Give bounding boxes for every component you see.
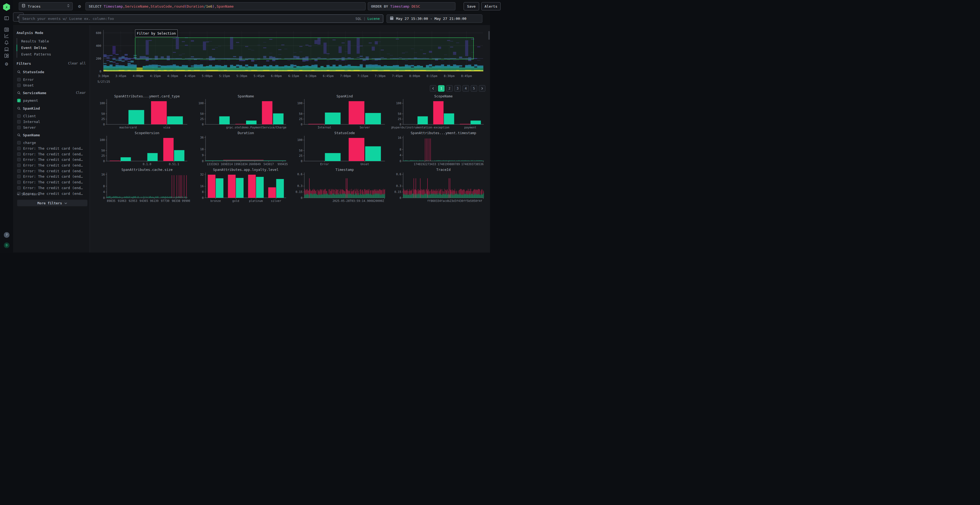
checkbox[interactable] [17, 152, 21, 156]
search-input[interactable] [19, 17, 356, 21]
rail-panel-toggle[interactable] [3, 15, 10, 22]
analysis-mode-results-table[interactable]: Results Table [17, 38, 51, 44]
filter-checkbox-row[interactable]: Error: The credit card (end… [17, 152, 83, 156]
query-segment: StatusCode [151, 4, 172, 8]
clear-ServiceName[interactable]: Clear [76, 91, 86, 95]
checkbox[interactable] [17, 186, 21, 190]
source-settings-gear-icon[interactable]: ⚙ [76, 2, 83, 10]
lightning-bolt-icon: ⚡ [5, 5, 8, 10]
query-language-toggle[interactable]: SQL | Lucene [356, 17, 383, 21]
filter-checkbox-row[interactable]: charge [17, 141, 36, 145]
svg-text:50: 50 [299, 112, 302, 115]
time-range-picker[interactable]: May 27 15:30:00 - May 27 21:00:00 [387, 14, 482, 23]
checkbox[interactable] [17, 180, 21, 184]
svg-text:ff860334facdb23d3f430ff5b5050f: ff860334facdb23d3f430ff5b5050f4f [427, 199, 482, 202]
page-2[interactable]: 2 [446, 85, 453, 92]
filter-checkbox-row[interactable]: Internal [17, 120, 40, 124]
hyperdx-logo[interactable]: ⚡ [3, 3, 10, 11]
page-next[interactable] [479, 85, 485, 92]
help-button[interactable]: ? [4, 232, 10, 238]
rail-settings-gear[interactable]: ⚙ [3, 60, 10, 67]
clear-all-filters[interactable]: Clear all [68, 62, 86, 65]
more-filters-button[interactable]: More filters [17, 200, 88, 206]
filter-checkbox-row[interactable]: Error: The credit card (end… [17, 163, 83, 167]
icon-rail: ⚡ ? D ⚙ [0, 0, 13, 252]
svg-text:100: 100 [297, 138, 302, 141]
chevron-updown-icon [67, 3, 70, 9]
filter-checkbox-row[interactable]: Error: The credit card (end… [17, 175, 83, 178]
search-icon[interactable] [17, 91, 21, 95]
chevron-right-icon [481, 87, 484, 90]
filter-checkbox-row[interactable]: ✓payment [17, 98, 38, 103]
select-query-input[interactable]: SELECT Timestamp,ServiceName,StatusCode,… [86, 2, 366, 10]
svg-text:3:45pm: 3:45pm [115, 74, 126, 78]
heatmap-selection[interactable] [135, 38, 474, 59]
analysis-mode-event-patterns[interactable]: Event Patterns [17, 51, 51, 58]
filter-by-selection-tooltip[interactable]: Filter by Selection [135, 29, 178, 37]
svg-text:platinum: platinum [249, 199, 263, 202]
panel-toggle-icon [4, 16, 9, 21]
analysis-mode-event-deltas[interactable]: Event Deltas [17, 44, 51, 51]
checkbox[interactable] [17, 169, 21, 173]
toggle-lucene[interactable]: Lucene [368, 17, 380, 21]
checkbox-checked[interactable]: ✓ [17, 99, 21, 102]
svg-text:98338: 98338 [172, 199, 180, 202]
alerts-button[interactable]: Alerts [481, 2, 490, 10]
checkbox[interactable] [17, 141, 21, 145]
filter-checkbox-row[interactable]: Error: The credit card (end… [17, 157, 83, 162]
filter-checkbox-row[interactable]: Client [17, 114, 36, 118]
svg-text:50: 50 [101, 149, 105, 152]
svg-text:gold: gold [232, 199, 239, 202]
checkbox[interactable] [17, 120, 21, 124]
rail-dashboards[interactable] [3, 52, 10, 59]
filter-checkbox-row[interactable]: Error: The credit card (end… [17, 186, 83, 190]
page-prev[interactable] [430, 85, 436, 92]
svg-text:50: 50 [299, 149, 302, 152]
page-5[interactable]: 5 [471, 85, 477, 92]
checkbox[interactable] [17, 126, 21, 129]
search-icon[interactable] [17, 133, 21, 137]
svg-text:999435: 999435 [277, 162, 288, 166]
checkbox[interactable] [17, 114, 21, 118]
filter-checkbox-row[interactable]: Error: The credit card (end… [17, 180, 83, 184]
rail-client-sessions[interactable] [3, 46, 10, 53]
search-icon[interactable] [17, 106, 21, 110]
filter-checkbox-row[interactable]: Unset [17, 83, 34, 87]
checkbox[interactable] [17, 158, 21, 161]
query-segment [409, 4, 412, 8]
checkbox[interactable] [17, 78, 21, 81]
query-segment: 1e6 [206, 4, 212, 8]
mini-chart-trace_id: TraceId0.60.30.150ff860334facdb23d3f430f… [391, 168, 487, 204]
svg-text:2600849: 2600849 [248, 162, 261, 166]
page-4[interactable]: 4 [463, 85, 469, 92]
svg-text:91063: 91063 [118, 199, 126, 202]
sidebar: Analysis Mode Results TableEvent DeltasE… [13, 25, 90, 252]
order-by-input[interactable]: ORDER BY Timestamp DESC [368, 2, 455, 10]
toggle-sql[interactable]: SQL [356, 17, 362, 21]
filter-checkbox-row[interactable]: Error: The credit card (end… [17, 169, 83, 173]
svg-text:6:15pm: 6:15pm [288, 74, 299, 78]
page-1[interactable]: 1 [438, 85, 445, 92]
rail-alerts-bell[interactable] [3, 39, 10, 46]
checkbox[interactable] [17, 175, 21, 178]
scrollbar-thumb[interactable] [488, 31, 490, 40]
checkbox[interactable] [17, 164, 21, 167]
rail-chart-explorer[interactable] [3, 32, 10, 40]
filter-checkbox-row[interactable]: Error [17, 78, 34, 82]
svg-text:5:15pm: 5:15pm [219, 74, 230, 78]
source-select[interactable]: Traces [19, 2, 73, 10]
svg-text:8:00pm: 8:00pm [409, 74, 420, 78]
page-3[interactable]: 3 [454, 85, 461, 92]
filter-checkbox-row[interactable]: Server [17, 125, 36, 130]
save-button[interactable]: Save [464, 2, 479, 10]
query-segment: / [204, 4, 206, 8]
filter-checkbox-row[interactable]: Error: The credit card (end… [17, 146, 83, 151]
avatar[interactable]: D [4, 243, 10, 248]
checkbox[interactable] [17, 84, 21, 87]
svg-text:16: 16 [101, 173, 105, 176]
checkbox[interactable] [17, 147, 21, 150]
search-icon[interactable] [17, 70, 21, 74]
svg-text:0.1.0: 0.1.0 [143, 162, 151, 166]
show-more[interactable]: Show more [17, 192, 40, 196]
query-segment: , [215, 4, 217, 8]
